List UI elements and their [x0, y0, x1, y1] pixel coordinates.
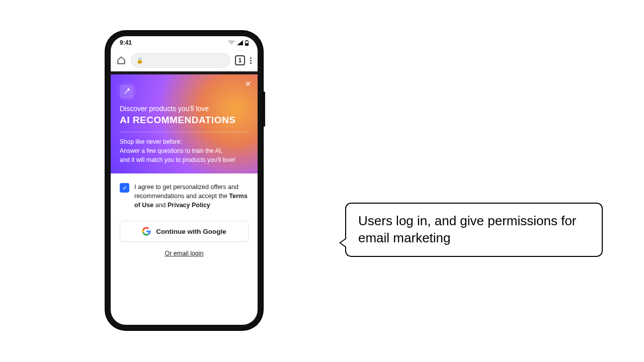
hero-subtitle: Discover products you'll love — [120, 105, 249, 113]
svg-rect-1 — [246, 40, 248, 41]
magic-wand-icon — [120, 84, 134, 99]
consent-section: ✓ I agree to get personalized offers and… — [111, 173, 258, 210]
hero-banner: ✕ Discover products you'll love AI RECOM… — [111, 74, 258, 173]
more-menu-icon[interactable] — [250, 57, 252, 64]
wifi-icon — [228, 40, 235, 45]
close-icon[interactable]: ✕ — [245, 79, 252, 88]
phone-side-button — [263, 92, 265, 127]
hero-divider — [120, 132, 249, 132]
hero-body-line: Answer a few questions to train the AI, — [120, 146, 249, 155]
url-bar[interactable]: 🔒 — [131, 53, 230, 68]
consent-prefix: I agree to get personalized offers and r… — [134, 184, 238, 200]
consent-text: I agree to get personalized offers and r… — [134, 183, 249, 210]
tabs-button[interactable]: 1 — [235, 55, 245, 65]
browser-toolbar: 🔒 1 — [111, 49, 258, 71]
consent-checkbox[interactable]: ✓ — [120, 183, 129, 193]
battery-icon — [245, 40, 249, 46]
google-icon — [142, 227, 151, 236]
hero-body-line: Shop like never before: — [120, 137, 249, 146]
consent-and: and — [153, 202, 168, 209]
home-icon[interactable] — [117, 56, 126, 65]
phone-frame: 9:41 🔒 1 ✕ Discover products you'll l — [106, 31, 263, 330]
continue-with-google-button[interactable]: Continue with Google — [120, 221, 249, 242]
status-bar: 9:41 — [111, 36, 258, 49]
privacy-policy-link[interactable]: Privacy Policy — [168, 202, 210, 209]
lock-icon: 🔒 — [136, 57, 143, 64]
hero-body: Shop like never before: Answer a few que… — [120, 137, 249, 164]
callout-text: Users log in, and give permissions for e… — [358, 213, 577, 245]
annotation-callout: Users log in, and give permissions for e… — [345, 203, 603, 257]
consent-row: ✓ I agree to get personalized offers and… — [120, 183, 249, 210]
email-login-link[interactable]: Or email login — [111, 250, 258, 257]
hero-title: AI RECOMMENDATIONS — [120, 115, 249, 126]
tabs-count: 1 — [238, 57, 242, 63]
google-button-label: Continue with Google — [156, 228, 226, 235]
signal-icon — [237, 40, 243, 45]
status-icons — [228, 40, 249, 46]
phone-screen: 9:41 🔒 1 ✕ Discover products you'll l — [111, 36, 258, 325]
hero-body-line: and it will match you to products you'll… — [120, 155, 249, 164]
status-time: 9:41 — [120, 39, 132, 46]
svg-rect-2 — [246, 41, 248, 43]
